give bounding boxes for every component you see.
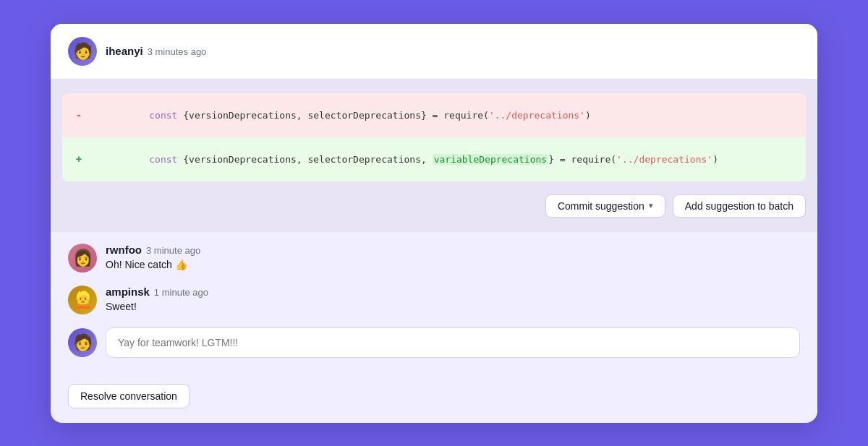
diff-container: - const {versionDeprecations, selectorDe… <box>62 93 806 181</box>
diff-sign-minus: - <box>74 109 84 121</box>
comment-item-ampinsk: ampinsk 1 minute ago Sweet! <box>68 286 800 314</box>
input-row <box>68 327 800 358</box>
diff-sign-plus: + <box>74 153 84 165</box>
comment-item-rwnfoo: rwnfoo 3 minute ago Oh! Nice catch 👍 <box>68 244 800 273</box>
comment-body-rwnfoo: rwnfoo 3 minute ago Oh! Nice catch 👍 <box>106 244 200 273</box>
username-iheanyi: iheanyi <box>106 45 143 57</box>
timestamp-rwnfoo: 3 minute ago <box>146 245 200 256</box>
timestamp-ampinsk: 1 minute ago <box>154 287 208 298</box>
resolve-conversation-label: Resolve conversation <box>80 390 177 402</box>
keyword-removed: const <box>149 110 177 121</box>
main-card: iheanyi 3 minutes ago - const {versionDe… <box>51 24 817 423</box>
user-info-iheanyi: iheanyi 3 minutes ago <box>106 45 206 57</box>
chevron-down-icon: ▾ <box>649 201 653 210</box>
code-body-removed: {versionDeprecations, selectorDeprecatio… <box>177 110 590 121</box>
commit-suggestion-label: Commit suggestion <box>558 200 644 212</box>
commit-suggestion-button[interactable]: Commit suggestion ▾ <box>545 194 665 218</box>
comment-text-ampinsk: Sweet! <box>106 299 208 314</box>
add-to-batch-label: Add suggestion to batch <box>685 200 793 212</box>
btn-row: Commit suggestion ▾ Add suggestion to ba… <box>51 187 817 218</box>
diff-line-removed: - const {versionDeprecations, selectorDe… <box>62 93 806 137</box>
comment-body-ampinsk: ampinsk 1 minute ago Sweet! <box>106 286 208 314</box>
username-ampinsk: ampinsk <box>106 286 150 298</box>
keyword-added: const <box>149 154 177 165</box>
username-rwnfoo: rwnfoo <box>106 244 142 256</box>
diff-code-added: const {versionDeprecations, selectorDepr… <box>93 143 794 176</box>
code-body-added-start: {versionDeprecations, selectorDeprecatio… <box>177 154 718 165</box>
header-section: iheanyi 3 minutes ago <box>51 24 817 79</box>
footer-section: Resolve conversation <box>51 384 817 423</box>
resolve-conversation-button[interactable]: Resolve conversation <box>68 384 190 408</box>
diff-code-removed: const {versionDeprecations, selectorDepr… <box>93 99 794 132</box>
avatar-rwnfoo <box>68 244 97 273</box>
avatar-ampinsk <box>68 286 97 314</box>
timestamp-iheanyi: 3 minutes ago <box>148 46 207 57</box>
avatar-iheanyi <box>68 37 97 66</box>
comment-text-rwnfoo: Oh! Nice catch 👍 <box>106 257 200 273</box>
user-info-rwnfoo: rwnfoo 3 minute ago <box>106 244 200 256</box>
user-info-ampinsk: ampinsk 1 minute ago <box>106 286 208 298</box>
avatar-current-user <box>68 328 97 357</box>
comment-input[interactable] <box>106 327 800 358</box>
add-to-batch-button[interactable]: Add suggestion to batch <box>673 194 806 218</box>
comments-section: rwnfoo 3 minute ago Oh! Nice catch 👍 amp… <box>51 232 817 384</box>
diff-section: - const {versionDeprecations, selectorDe… <box>51 79 817 232</box>
diff-line-added: + const {versionDeprecations, selectorDe… <box>62 137 806 181</box>
